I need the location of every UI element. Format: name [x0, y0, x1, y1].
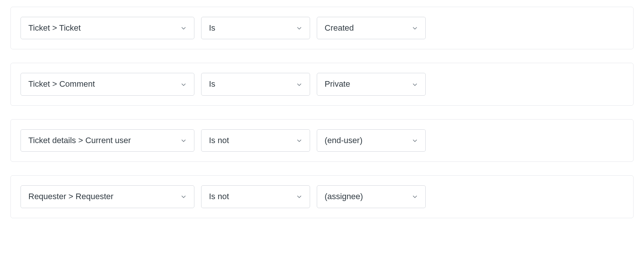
condition-row: Ticket details > Current user Is not (en…: [10, 119, 634, 162]
chevron-down-icon: [181, 138, 187, 143]
chevron-down-icon: [296, 25, 302, 31]
condition-value-select[interactable]: Created: [317, 17, 426, 39]
chevron-down-icon: [181, 25, 187, 31]
chevron-down-icon: [296, 81, 302, 87]
condition-value-select[interactable]: (assignee): [317, 185, 426, 208]
chevron-down-icon: [412, 138, 418, 143]
condition-row: Ticket > Comment Is Private: [10, 63, 634, 105]
condition-operator-select[interactable]: Is: [201, 17, 310, 39]
condition-operator-label: Is: [209, 23, 215, 33]
condition-value-select[interactable]: (end-user): [317, 129, 426, 152]
condition-field-select[interactable]: Ticket details > Current user: [21, 129, 194, 152]
condition-operator-label: Is: [209, 79, 215, 89]
condition-value-select[interactable]: Private: [317, 73, 426, 95]
condition-value-label: Created: [325, 23, 354, 33]
condition-field-select[interactable]: Requester > Requester: [21, 185, 194, 208]
condition-field-label: Ticket details > Current user: [28, 136, 131, 145]
condition-field-label: Ticket > Comment: [28, 79, 95, 89]
chevron-down-icon: [181, 81, 187, 87]
condition-field-label: Requester > Requester: [28, 192, 113, 201]
condition-value-label: Private: [325, 79, 350, 89]
condition-operator-label: Is not: [209, 192, 229, 201]
condition-row: Requester > Requester Is not (assignee): [10, 175, 634, 218]
chevron-down-icon: [412, 25, 418, 31]
condition-value-label: (assignee): [325, 192, 363, 201]
chevron-down-icon: [412, 81, 418, 87]
chevron-down-icon: [296, 194, 302, 200]
chevron-down-icon: [296, 138, 302, 143]
condition-row: Ticket > Ticket Is Created: [10, 7, 634, 49]
chevron-down-icon: [412, 194, 418, 200]
chevron-down-icon: [181, 194, 187, 200]
condition-operator-select[interactable]: Is not: [201, 129, 310, 152]
condition-field-select[interactable]: Ticket > Ticket: [21, 17, 194, 39]
condition-operator-select[interactable]: Is: [201, 73, 310, 95]
condition-operator-label: Is not: [209, 136, 229, 145]
condition-value-label: (end-user): [325, 136, 362, 145]
condition-field-label: Ticket > Ticket: [28, 23, 81, 33]
condition-field-select[interactable]: Ticket > Comment: [21, 73, 194, 95]
condition-operator-select[interactable]: Is not: [201, 185, 310, 208]
